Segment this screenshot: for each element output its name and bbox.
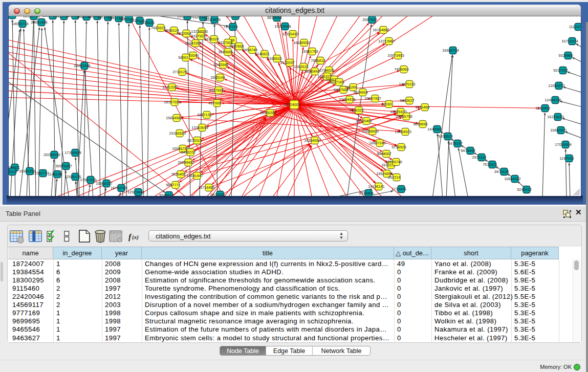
svg-text:25300203: 25300203 bbox=[259, 110, 276, 115]
svg-text:9227342: 9227342 bbox=[553, 68, 568, 72]
svg-text:16154808: 16154808 bbox=[373, 27, 389, 32]
svg-text:9777169: 9777169 bbox=[330, 79, 344, 84]
svg-text:3915112: 3915112 bbox=[8, 169, 17, 173]
svg-text:f: f bbox=[128, 233, 132, 242]
svg-text:6794028: 6794028 bbox=[319, 68, 334, 72]
svg-text:8990443: 8990443 bbox=[305, 69, 319, 73]
svg-text:15716465: 15716465 bbox=[198, 185, 214, 189]
svg-text:18807249: 18807249 bbox=[369, 140, 385, 145]
svg-text:12923448: 12923448 bbox=[127, 189, 144, 194]
svg-text:26099487: 26099487 bbox=[178, 160, 194, 164]
svg-text:8431505: 8431505 bbox=[210, 192, 225, 195]
svg-text:1362615: 1362615 bbox=[294, 64, 308, 69]
svg-text:9245632: 9245632 bbox=[517, 187, 531, 191]
svg-text:19654923: 19654923 bbox=[395, 129, 411, 134]
svg-text:15751074: 15751074 bbox=[561, 38, 578, 43]
svg-text:20053346: 20053346 bbox=[74, 63, 90, 68]
svg-text:15692971: 15692971 bbox=[550, 127, 567, 132]
svg-text:17016504: 17016504 bbox=[555, 142, 571, 146]
svg-text:19166825: 19166825 bbox=[169, 130, 185, 135]
svg-text:3624554: 3624554 bbox=[353, 90, 367, 94]
svg-text:13353594: 13353594 bbox=[191, 125, 208, 129]
svg-text:14495758: 14495758 bbox=[396, 114, 412, 118]
svg-text:14691447: 14691447 bbox=[186, 173, 203, 178]
svg-text:62160: 62160 bbox=[381, 101, 391, 106]
svg-text:8471636: 8471636 bbox=[494, 169, 509, 173]
svg-text:12505135: 12505135 bbox=[64, 174, 81, 179]
svg-text:9115460: 9115460 bbox=[416, 104, 430, 109]
svg-text:10807487: 10807487 bbox=[364, 96, 381, 100]
svg-text:16648784: 16648784 bbox=[442, 48, 459, 52]
svg-text:1440955: 1440955 bbox=[427, 126, 442, 131]
svg-text:1221338: 1221338 bbox=[162, 84, 177, 89]
svg-text:7625402: 7625402 bbox=[171, 171, 185, 176]
svg-text:19218506: 19218506 bbox=[274, 24, 291, 28]
svg-text:8912954: 8912954 bbox=[177, 31, 191, 35]
svg-text:2933114: 2933114 bbox=[472, 155, 487, 159]
svg-text:1733426: 1733426 bbox=[391, 186, 406, 191]
svg-text:18316224: 18316224 bbox=[8, 16, 18, 17]
svg-text:7357224: 7357224 bbox=[223, 24, 237, 29]
svg-text:12093872: 12093872 bbox=[548, 83, 564, 87]
svg-text:17957225: 17957225 bbox=[80, 177, 96, 182]
svg-text:8813054: 8813054 bbox=[267, 16, 281, 20]
svg-text:252214: 252214 bbox=[388, 174, 400, 179]
svg-text:2367608: 2367608 bbox=[229, 43, 244, 48]
svg-text:18107553: 18107553 bbox=[164, 99, 180, 104]
svg-text:16033809: 16033809 bbox=[204, 17, 220, 21]
svg-text:9329966: 9329966 bbox=[558, 53, 573, 57]
svg-text:9245612: 9245612 bbox=[159, 192, 173, 195]
svg-text:746266: 746266 bbox=[344, 84, 357, 89]
svg-text:8813054: 8813054 bbox=[226, 16, 240, 18]
svg-text:8427552: 8427552 bbox=[209, 87, 223, 92]
svg-text:3498222: 3498222 bbox=[181, 149, 195, 154]
svg-text:8186328: 8186328 bbox=[204, 36, 219, 41]
svg-text:7632621: 7632621 bbox=[483, 162, 497, 166]
svg-text:9657771: 9657771 bbox=[166, 182, 180, 187]
svg-text:16782759: 16782759 bbox=[111, 185, 127, 190]
svg-text:12342737: 12342737 bbox=[32, 170, 49, 175]
svg-text:12444156: 12444156 bbox=[545, 97, 561, 102]
svg-text:3875685: 3875685 bbox=[218, 49, 232, 54]
svg-text:5938923: 5938923 bbox=[438, 134, 452, 138]
svg-text:9084067: 9084067 bbox=[377, 151, 391, 156]
svg-text:18033811: 18033811 bbox=[177, 16, 193, 18]
svg-text:21364436: 21364436 bbox=[339, 97, 355, 101]
svg-text:(x): (x) bbox=[132, 234, 139, 240]
svg-text:9315804: 9315804 bbox=[359, 190, 373, 195]
svg-text:1112475: 1112475 bbox=[569, 24, 581, 29]
svg-text:10973493: 10973493 bbox=[387, 53, 404, 57]
svg-text:98901: 98901 bbox=[178, 55, 188, 59]
svg-text:9474444: 9474444 bbox=[461, 148, 475, 152]
svg-text:20206538: 20206538 bbox=[43, 152, 60, 157]
svg-text:16210643: 16210643 bbox=[547, 114, 563, 119]
svg-text:16640910: 16640910 bbox=[293, 40, 310, 45]
svg-text:1145194: 1145194 bbox=[48, 171, 62, 176]
svg-text:9146821: 9146821 bbox=[255, 51, 269, 56]
svg-text:2803144: 2803144 bbox=[210, 75, 225, 79]
svg-text:14136141: 14136141 bbox=[368, 184, 384, 188]
svg-text:2718129: 2718129 bbox=[172, 69, 187, 74]
svg-text:16961758: 16961758 bbox=[301, 49, 318, 53]
svg-text:11325419: 11325419 bbox=[282, 31, 299, 36]
svg-text:20691406: 20691406 bbox=[31, 19, 47, 24]
svg-text:12213967: 12213967 bbox=[378, 38, 395, 43]
svg-text:18724007: 18724007 bbox=[284, 102, 300, 106]
svg-text:19654982: 19654982 bbox=[166, 115, 182, 120]
svg-text:9463627: 9463627 bbox=[400, 98, 414, 102]
svg-text:16543382: 16543382 bbox=[185, 40, 201, 45]
svg-text:6479197: 6479197 bbox=[448, 141, 462, 145]
svg-text:12975115: 12975115 bbox=[399, 81, 416, 86]
svg-text:9327503: 9327503 bbox=[191, 33, 205, 38]
svg-text:9699695: 9699695 bbox=[413, 121, 427, 126]
svg-text:10654112: 10654112 bbox=[505, 176, 521, 181]
svg-text:19384554: 19384554 bbox=[304, 138, 320, 142]
svg-text:9756928: 9756928 bbox=[391, 144, 406, 149]
svg-text:3215958: 3215958 bbox=[535, 105, 550, 110]
svg-text:1322037: 1322037 bbox=[280, 60, 294, 64]
svg-text:20355718: 20355718 bbox=[23, 16, 39, 18]
svg-text:1167533: 1167533 bbox=[560, 156, 574, 160]
svg-text:16120746: 16120746 bbox=[385, 159, 402, 164]
svg-text:2087682: 2087682 bbox=[362, 17, 377, 21]
svg-text:17359924: 17359924 bbox=[64, 150, 81, 155]
